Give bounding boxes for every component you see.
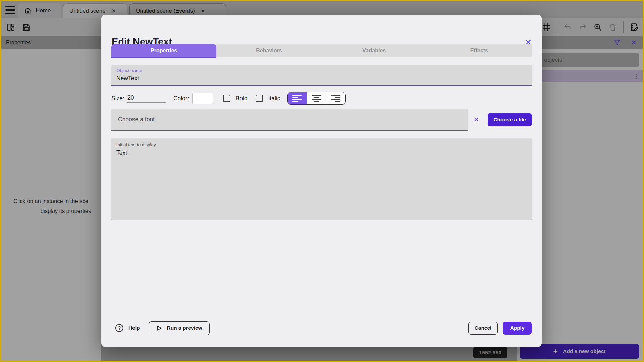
apply-button[interactable]: Apply	[503, 322, 532, 335]
tab-properties[interactable]: Properties	[111, 44, 216, 58]
cancel-label: Cancel	[475, 325, 492, 331]
bold-label: Bold	[236, 95, 248, 102]
edit-object-dialog: Edit NewText ✕ Properties Behaviors Vari…	[101, 15, 542, 347]
help-label: Help	[128, 325, 140, 331]
size-input[interactable]: 20	[127, 94, 166, 103]
cancel-button[interactable]: Cancel	[468, 322, 498, 335]
text-style-row: Size: 20 Color: Bold Italic	[111, 91, 532, 105]
tab-variables[interactable]: Variables	[322, 44, 427, 58]
object-name-field[interactable]: Object name NewText	[111, 65, 532, 86]
text-alignment-group	[287, 92, 346, 105]
color-label: Color:	[173, 95, 189, 102]
tab-behaviors[interactable]: Behaviors	[216, 44, 321, 58]
italic-label: Italic	[268, 95, 280, 102]
size-label: Size:	[111, 95, 124, 102]
preview-label: Run a preview	[167, 325, 202, 331]
font-row: Choose a font ✕ Choose a file	[111, 109, 532, 131]
help-button[interactable]: ? Help	[115, 324, 140, 332]
align-left-icon	[292, 95, 302, 102]
choose-file-button[interactable]: Choose a file	[488, 113, 532, 126]
tab-effects[interactable]: Effects	[427, 44, 532, 58]
object-name-value: NewText	[116, 75, 527, 82]
font-placeholder: Choose a font	[118, 116, 155, 123]
color-swatch[interactable]	[192, 93, 213, 104]
align-center-button[interactable]	[307, 92, 326, 104]
apply-label: Apply	[510, 325, 524, 331]
italic-checkbox[interactable]	[256, 95, 263, 102]
object-name-label: Object name	[116, 68, 527, 73]
dialog-footer: ? Help Run a preview Cancel Apply	[111, 321, 532, 335]
font-select-field[interactable]: Choose a font	[111, 109, 468, 131]
align-right-button[interactable]	[326, 92, 345, 104]
align-left-button[interactable]	[288, 92, 307, 104]
clear-font-icon[interactable]: ✕	[473, 116, 479, 124]
align-right-icon	[331, 95, 340, 102]
play-icon	[156, 325, 162, 331]
bold-checkbox[interactable]	[223, 95, 230, 102]
help-icon: ?	[115, 324, 123, 332]
initial-text-label: Initial text to display	[116, 142, 527, 147]
dialog-tabs: Properties Behaviors Variables Effects	[111, 44, 532, 58]
initial-text-value: Text	[116, 149, 527, 157]
align-center-icon	[312, 95, 321, 102]
initial-text-field[interactable]: Initial text to display Text	[111, 138, 532, 220]
run-preview-button[interactable]: Run a preview	[149, 321, 210, 335]
choose-file-label: Choose a file	[493, 117, 526, 123]
